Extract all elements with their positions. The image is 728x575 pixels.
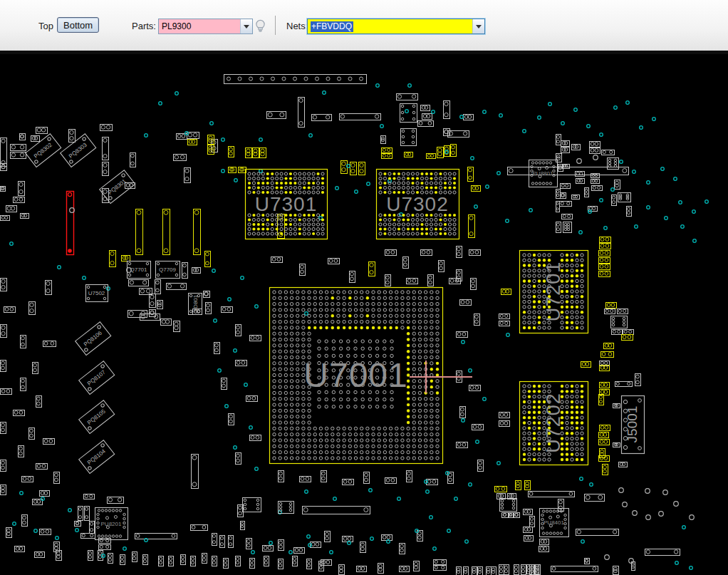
svg-text:U7202: U7202 xyxy=(543,393,564,453)
top-side-button[interactable]: Top xyxy=(38,21,53,31)
parts-combo-value[interactable]: PL9300 xyxy=(159,19,240,33)
nets-combo-dropdown-button[interactable] xyxy=(472,19,484,33)
parts-combobox[interactable]: PL9300 xyxy=(158,19,253,34)
highlight-bulb-icon[interactable] xyxy=(254,19,267,33)
dropdown-arrow-icon xyxy=(476,25,482,29)
svg-text:U7001: U7001 xyxy=(303,356,407,394)
svg-text:U7201: U7201 xyxy=(543,261,564,322)
toolbar: Top Bottom Parts: PL9300 Nets: +FBVDDQ xyxy=(0,0,728,54)
svg-text:U7502: U7502 xyxy=(88,290,105,296)
boardview-app: { "toolbar": { "top_label": "Top", "bott… xyxy=(0,0,728,575)
nets-label: Nets: xyxy=(286,21,308,31)
svg-text:Q7701: Q7701 xyxy=(130,266,147,273)
svg-text:Q7709: Q7709 xyxy=(159,266,177,273)
nets-combo-value[interactable]: +FBVDDQ xyxy=(311,21,353,32)
board-canvas[interactable]: PU8201PU8801PU8401PQ8302PQ8303PQ8301PQ81… xyxy=(0,0,728,575)
bottom-side-button[interactable]: Bottom xyxy=(57,17,99,33)
svg-text:U7301: U7301 xyxy=(255,193,318,215)
pcb-render[interactable]: PU8201PU8801PU8401PQ8302PQ8303PQ8301PQ81… xyxy=(0,0,728,575)
toolbar-separator xyxy=(275,16,276,35)
dropdown-arrow-icon xyxy=(244,25,249,29)
parts-label: Parts: xyxy=(132,21,156,31)
svg-text:U7302: U7302 xyxy=(386,193,449,215)
svg-text:PU8401: PU8401 xyxy=(544,519,564,526)
nets-combo-field[interactable]: +FBVDDQ xyxy=(308,19,472,33)
nets-combobox[interactable]: +FBVDDQ xyxy=(307,19,485,34)
svg-text:PU8201: PU8201 xyxy=(101,521,122,527)
parts-combo-dropdown-button[interactable] xyxy=(240,19,252,33)
svg-text:J5001: J5001 xyxy=(625,406,640,443)
svg-text:PU8801: PU8801 xyxy=(533,170,553,177)
svg-text:XD801: XD801 xyxy=(192,294,199,312)
